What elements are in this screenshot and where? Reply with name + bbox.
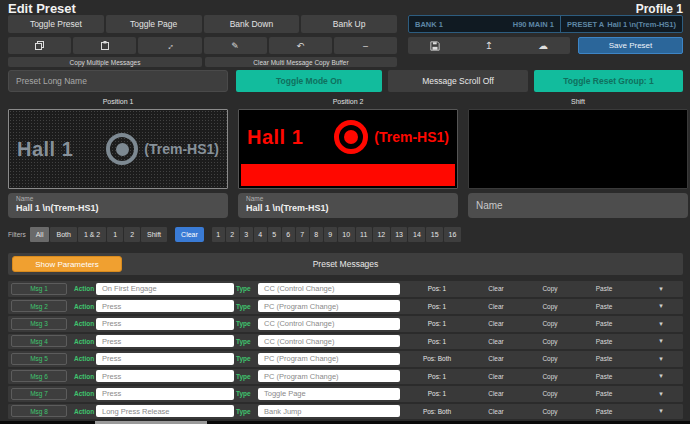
minus-button[interactable]: – <box>334 37 397 54</box>
msg-3-button[interactable]: Msg 3 <box>11 318 67 330</box>
toggle-mode-button[interactable]: Toggle Mode On <box>236 70 382 92</box>
preset-long-name-input[interactable] <box>8 70 228 92</box>
filter-clear-button[interactable]: Clear <box>175 227 204 242</box>
copy-multiple-messages-button[interactable]: Copy Multiple Messages <box>8 57 202 67</box>
msg-5-clear-button[interactable]: Clear <box>470 355 522 362</box>
msg-6-type-select[interactable]: PC (Program Change) <box>258 370 400 382</box>
filter-msg-5-button[interactable]: 5 <box>268 227 281 242</box>
msg-5-caret-down-icon[interactable]: ▾ <box>644 355 678 363</box>
clear-multi-copy-buffer-button[interactable]: Clear Multi Message Copy Buffer <box>205 57 397 67</box>
filter-msg-14-button[interactable]: 14 <box>408 227 425 242</box>
save-preset-button[interactable]: Save Preset <box>578 37 683 54</box>
msg-1-action-select[interactable]: On First Engage <box>96 283 234 295</box>
msg-5-action-select[interactable]: Press <box>96 353 234 365</box>
msg-2-caret-down-icon[interactable]: ▾ <box>644 302 678 310</box>
msg-8-type-select[interactable]: Bank Jump <box>258 405 400 417</box>
save-to-device-button[interactable] <box>408 37 462 54</box>
msg-7-type-select[interactable]: Toggle Page <box>258 388 400 400</box>
msg-6-action-select[interactable]: Press <box>96 370 234 382</box>
msg-7-caret-down-icon[interactable]: ▾ <box>644 390 678 398</box>
msg-7-button[interactable]: Msg 7 <box>11 388 67 400</box>
filter-msg-3-button[interactable]: 3 <box>240 227 253 242</box>
msg-7-copy-button[interactable]: Copy <box>524 390 576 397</box>
position1-name-field[interactable]: Name Hall 1 \n(Trem-HS1) <box>8 193 228 218</box>
msg-3-action-select[interactable]: Press <box>96 318 234 330</box>
msg-4-type-select[interactable]: CC (Control Change) <box>258 335 400 347</box>
msg-6-clear-button[interactable]: Clear <box>470 373 522 380</box>
msg-7-action-select[interactable]: Press <box>96 388 234 400</box>
msg-5-copy-button[interactable]: Copy <box>524 355 576 362</box>
msg-2-paste-button[interactable]: Paste <box>578 303 630 310</box>
bank-down-button[interactable]: Bank Down <box>204 15 300 33</box>
edit-button[interactable]: ✎ <box>204 37 267 54</box>
msg-1-copy-button[interactable]: Copy <box>524 285 576 292</box>
msg-4-caret-down-icon[interactable]: ▾ <box>644 337 678 345</box>
filter-msg-9-button[interactable]: 9 <box>324 227 337 242</box>
msg-3-caret-down-icon[interactable]: ▾ <box>644 320 678 328</box>
filter-1-button[interactable]: 1 <box>107 227 123 242</box>
msg-1-paste-button[interactable]: Paste <box>578 285 630 292</box>
toggle-preset-button[interactable]: Toggle Preset <box>8 15 104 33</box>
filter-msg-13-button[interactable]: 13 <box>391 227 408 242</box>
msg-6-button[interactable]: Msg 6 <box>11 370 67 382</box>
paste-button[interactable] <box>73 37 136 54</box>
filter-msg-11-button[interactable]: 11 <box>356 227 372 242</box>
msg-6-caret-down-icon[interactable]: ▾ <box>644 372 678 380</box>
msg-6-paste-button[interactable]: Paste <box>578 373 630 380</box>
msg-4-button[interactable]: Msg 4 <box>11 335 67 347</box>
msg-1-type-select[interactable]: CC (Control Change) <box>258 283 400 295</box>
show-parameters-button[interactable]: Show Parameters <box>12 256 122 272</box>
msg-7-clear-button[interactable]: Clear <box>470 390 522 397</box>
filter-all-button[interactable]: All <box>30 227 50 242</box>
filter-msg-6-button[interactable]: 6 <box>282 227 295 242</box>
toggle-reset-group-button[interactable]: Toggle Reset Group: 1 <box>534 70 683 92</box>
filter-msg-10-button[interactable]: 10 <box>338 227 355 242</box>
bank-up-button[interactable]: Bank Up <box>301 15 397 33</box>
msg-2-clear-button[interactable]: Clear <box>470 303 522 310</box>
msg-8-action-select[interactable]: Long Press Release <box>96 405 234 417</box>
copy-button[interactable] <box>8 37 71 54</box>
msg-4-clear-button[interactable]: Clear <box>470 338 522 345</box>
msg-4-copy-button[interactable]: Copy <box>524 338 576 345</box>
filter-msg-1-button[interactable]: 1 <box>212 227 225 242</box>
msg-3-paste-button[interactable]: Paste <box>578 320 630 327</box>
msg-3-type-select[interactable]: CC (Control Change) <box>258 318 400 330</box>
undo-button[interactable]: ↶ <box>269 37 332 54</box>
msg-2-action-select[interactable]: Press <box>96 300 234 312</box>
msg-8-button[interactable]: Msg 8 <box>11 405 67 417</box>
filter-both-button[interactable]: Both <box>50 227 76 242</box>
toggle-page-button[interactable]: Toggle Page <box>106 15 202 33</box>
msg-4-paste-button[interactable]: Paste <box>578 338 630 345</box>
msg-1-caret-down-icon[interactable]: ▾ <box>644 285 678 293</box>
filter-msg-16-button[interactable]: 16 <box>444 227 461 242</box>
filter-msg-8-button[interactable]: 8 <box>310 227 323 242</box>
shift-name-field[interactable]: Name <box>468 193 688 218</box>
msg-2-type-select[interactable]: PC (Program Change) <box>258 300 400 312</box>
filter-2-button[interactable]: 2 <box>124 227 140 242</box>
msg-2-copy-button[interactable]: Copy <box>524 303 576 310</box>
msg-5-button[interactable]: Msg 5 <box>11 353 67 365</box>
filter-1and2-button[interactable]: 1 & 2 <box>78 227 106 242</box>
filter-msg-12-button[interactable]: 12 <box>373 227 390 242</box>
msg-1-button[interactable]: Msg 1 <box>11 283 67 295</box>
msg-5-type-select[interactable]: PC (Program Change) <box>258 353 400 365</box>
message-scroll-button[interactable]: Message Scroll Off <box>388 70 528 92</box>
msg-8-clear-button[interactable]: Clear <box>470 408 522 415</box>
msg-8-caret-down-icon[interactable]: ▾ <box>644 407 678 415</box>
upload-button[interactable]: ↥ <box>462 37 516 54</box>
msg-6-copy-button[interactable]: Copy <box>524 373 576 380</box>
msg-1-clear-button[interactable]: Clear <box>470 285 522 292</box>
msg-7-paste-button[interactable]: Paste <box>578 390 630 397</box>
filter-shift-button[interactable]: Shift <box>141 227 167 242</box>
msg-3-clear-button[interactable]: Clear <box>470 320 522 327</box>
msg-5-paste-button[interactable]: Paste <box>578 355 630 362</box>
position2-name-field[interactable]: Name Hall 1 \n(Trem-HS1) <box>238 193 458 218</box>
msg-8-copy-button[interactable]: Copy <box>524 408 576 415</box>
msg-3-copy-button[interactable]: Copy <box>524 320 576 327</box>
filter-msg-15-button[interactable]: 15 <box>426 227 443 242</box>
cloud-button[interactable]: ☁ <box>516 37 570 54</box>
resize-button[interactable]: ↔ <box>138 37 201 54</box>
filter-msg-4-button[interactable]: 4 <box>254 227 267 242</box>
msg-2-button[interactable]: Msg 2 <box>11 300 67 312</box>
msg-4-action-select[interactable]: Press <box>96 335 234 347</box>
